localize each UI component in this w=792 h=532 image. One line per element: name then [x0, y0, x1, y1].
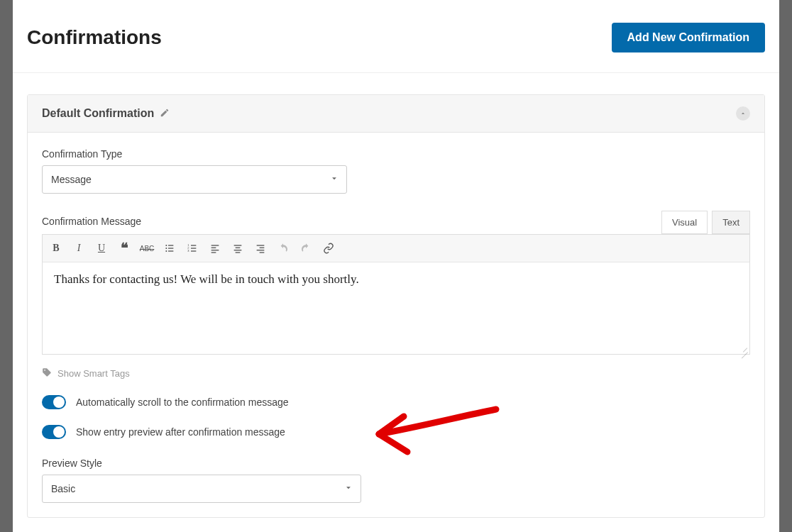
svg-rect-23	[260, 252, 265, 253]
toggle-show-preview[interactable]	[42, 425, 66, 439]
tab-visual[interactable]: Visual	[661, 211, 708, 234]
editor-toolbar: B I U ❝ ABC 123	[42, 234, 750, 262]
tab-text[interactable]: Text	[712, 211, 750, 234]
preview-style-select[interactable]: Basic	[42, 475, 361, 503]
undo-icon[interactable]	[273, 238, 294, 259]
toggle-auto-scroll[interactable]	[42, 395, 66, 409]
svg-rect-12	[211, 245, 219, 245]
svg-rect-21	[260, 248, 265, 248]
svg-rect-15	[211, 252, 216, 253]
smart-tags-label: Show Smart Tags	[57, 368, 130, 379]
chevron-down-icon	[329, 174, 339, 186]
italic-icon[interactable]: I	[68, 238, 89, 259]
preview-style-value: Basic	[51, 483, 75, 494]
add-new-confirmation-button[interactable]: Add New Confirmation	[612, 23, 765, 52]
chevron-down-icon	[343, 483, 353, 495]
svg-rect-7	[191, 245, 196, 245]
pencil-icon[interactable]	[160, 108, 170, 120]
confirmation-type-value: Message	[51, 174, 92, 185]
svg-rect-16	[234, 245, 242, 245]
svg-rect-22	[257, 250, 265, 250]
svg-rect-20	[257, 245, 265, 245]
bulleted-list-icon[interactable]	[159, 238, 180, 259]
preview-style-label: Preview Style	[42, 458, 750, 469]
page-title: Confirmations	[27, 26, 162, 49]
toggle-show-preview-label: Show entry preview after confirmation me…	[76, 426, 285, 438]
svg-point-0	[165, 245, 167, 246]
svg-rect-19	[236, 252, 241, 253]
tags-icon	[42, 367, 52, 379]
panel-title: Default Confirmation	[42, 107, 154, 120]
link-icon[interactable]	[318, 238, 339, 259]
show-smart-tags-link[interactable]: Show Smart Tags	[42, 367, 750, 379]
confirmation-message-editor[interactable]: Thanks for contacting us! We will be in …	[42, 262, 750, 355]
svg-rect-5	[168, 250, 173, 251]
numbered-list-icon[interactable]: 123	[182, 238, 203, 259]
confirmation-type-label: Confirmation Type	[42, 148, 750, 160]
svg-rect-9	[191, 248, 196, 248]
svg-rect-3	[168, 248, 173, 248]
toggle-show-preview-row: Show entry preview after confirmation me…	[42, 425, 750, 439]
svg-point-4	[165, 250, 167, 252]
resize-handle-icon[interactable]	[739, 344, 748, 353]
chevron-up-icon[interactable]	[736, 106, 750, 121]
svg-rect-18	[234, 250, 242, 250]
editor-tabs: Visual Text	[661, 211, 750, 234]
svg-rect-13	[211, 248, 216, 248]
svg-point-2	[165, 248, 167, 249]
toggle-auto-scroll-label: Automatically scroll to the confirmation…	[76, 397, 289, 408]
align-left-icon[interactable]	[204, 238, 226, 259]
panel-body: Confirmation Type Message Confirmation M…	[28, 133, 764, 517]
toggle-auto-scroll-row: Automatically scroll to the confirmation…	[42, 395, 750, 409]
svg-rect-14	[211, 250, 219, 250]
confirmation-panel: Default Confirmation Confirmation Type M…	[27, 94, 765, 518]
quote-icon[interactable]: ❝	[114, 238, 135, 259]
svg-text:3: 3	[187, 249, 189, 253]
svg-rect-11	[191, 250, 196, 251]
svg-rect-17	[236, 248, 241, 248]
panel-header[interactable]: Default Confirmation	[28, 95, 764, 133]
strikethrough-icon[interactable]: ABC	[136, 238, 158, 259]
svg-rect-1	[168, 245, 173, 245]
confirmation-message-text: Thanks for contacting us! We will be in …	[54, 272, 359, 286]
page-header: Confirmations Add New Confirmation	[13, 23, 779, 73]
align-right-icon[interactable]	[250, 238, 271, 259]
align-center-icon[interactable]	[227, 238, 248, 259]
underline-icon[interactable]: U	[91, 238, 112, 259]
confirmation-type-select[interactable]: Message	[42, 165, 347, 194]
confirmation-message-label: Confirmation Message	[42, 216, 141, 227]
redo-icon[interactable]	[295, 238, 317, 259]
bold-icon[interactable]: B	[45, 238, 67, 259]
